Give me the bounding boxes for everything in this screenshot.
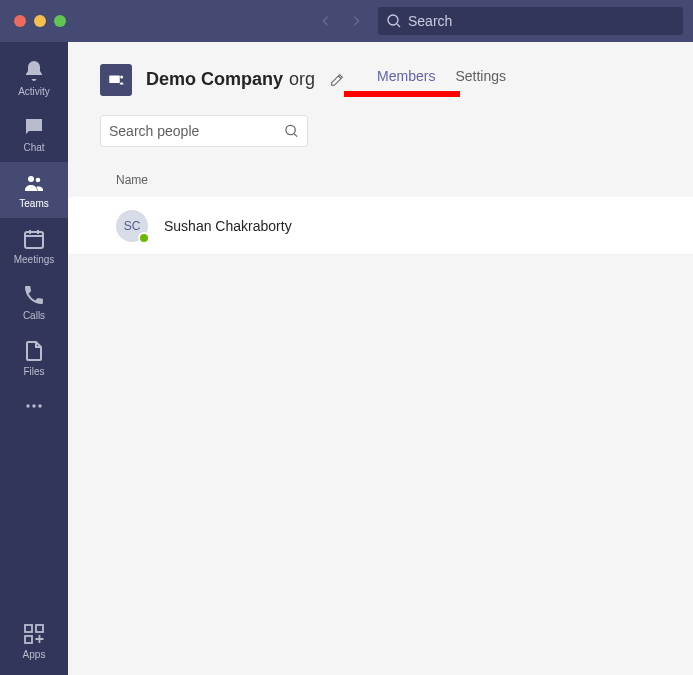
svg-rect-9 — [25, 636, 32, 643]
team-suffix: org — [289, 69, 315, 90]
history-nav — [314, 9, 368, 33]
rail-label: Teams — [19, 198, 48, 209]
svg-point-2 — [36, 178, 41, 183]
svg-rect-11 — [112, 77, 118, 78]
pencil-icon — [329, 72, 345, 88]
search-people-input[interactable] — [109, 123, 284, 139]
members-list: Name SC Sushan Chakraborty — [68, 165, 693, 675]
avatar-initials: SC — [124, 219, 141, 233]
rail-item-chat[interactable]: Chat — [0, 106, 68, 162]
rail-label: Files — [23, 366, 44, 377]
svg-point-14 — [286, 125, 295, 134]
edit-team-button[interactable] — [329, 72, 345, 88]
rail-label: Chat — [23, 142, 44, 153]
global-search[interactable] — [378, 7, 683, 35]
svg-rect-7 — [25, 625, 32, 632]
phone-icon — [22, 283, 46, 307]
rail-item-calls[interactable]: Calls — [0, 274, 68, 330]
apps-icon — [22, 622, 46, 646]
svg-rect-12 — [112, 79, 118, 80]
svg-point-0 — [388, 15, 398, 25]
org-icon — [107, 71, 125, 89]
rail-label: Apps — [23, 649, 46, 660]
window-controls — [14, 15, 66, 27]
svg-rect-3 — [25, 232, 43, 248]
file-icon — [22, 339, 46, 363]
search-icon — [386, 13, 402, 29]
rail-item-apps[interactable]: Apps — [0, 613, 68, 669]
rail-label: Calls — [23, 310, 45, 321]
global-search-input[interactable] — [408, 13, 675, 29]
column-header-name: Name — [68, 165, 693, 197]
rail-item-activity[interactable]: Activity — [0, 50, 68, 106]
rail-label: Meetings — [14, 254, 55, 265]
bell-icon — [22, 59, 46, 83]
svg-point-6 — [38, 404, 41, 407]
people-icon — [22, 171, 46, 195]
svg-point-13 — [120, 75, 123, 78]
maximize-window-button[interactable] — [54, 15, 66, 27]
tab-settings[interactable]: Settings — [455, 62, 506, 97]
rail-label: Activity — [18, 86, 50, 97]
calendar-icon — [22, 227, 46, 251]
svg-point-5 — [32, 404, 35, 407]
svg-rect-10 — [109, 75, 120, 83]
rail-item-more[interactable] — [0, 386, 68, 426]
search-icon — [284, 123, 299, 139]
chat-icon — [22, 115, 46, 139]
team-name: Demo Company — [146, 69, 283, 90]
svg-point-4 — [26, 404, 29, 407]
nav-back-button[interactable] — [314, 9, 338, 33]
rail-item-meetings[interactable]: Meetings — [0, 218, 68, 274]
minimize-window-button[interactable] — [34, 15, 46, 27]
rail-item-teams[interactable]: Teams — [0, 162, 68, 218]
app-rail: Activity Chat Teams Meetings Calls Files — [0, 42, 68, 675]
close-window-button[interactable] — [14, 15, 26, 27]
more-icon — [22, 394, 46, 418]
main-content: Demo Company org Members Settings Name S… — [68, 42, 693, 675]
rail-item-files[interactable]: Files — [0, 330, 68, 386]
presence-available-icon — [138, 232, 150, 244]
team-avatar — [100, 64, 132, 96]
avatar: SC — [116, 210, 148, 242]
svg-rect-8 — [36, 625, 43, 632]
svg-point-1 — [28, 176, 34, 182]
titlebar — [0, 0, 693, 42]
member-name: Sushan Chakraborty — [164, 218, 292, 234]
member-row[interactable]: SC Sushan Chakraborty — [68, 197, 693, 255]
search-people[interactable] — [100, 115, 308, 147]
nav-forward-button[interactable] — [344, 9, 368, 33]
team-title: Demo Company org — [146, 69, 315, 90]
annotation-highlight — [344, 91, 460, 97]
